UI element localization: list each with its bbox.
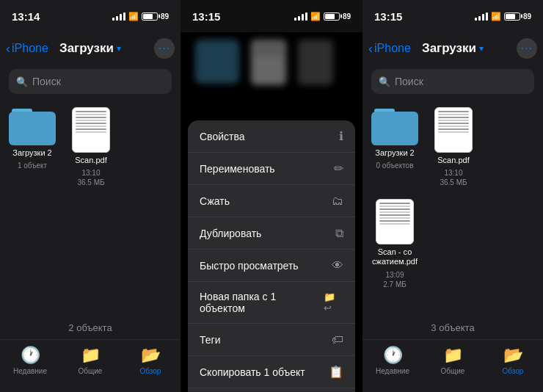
- right-pdf1-name: Scan.pdf: [437, 156, 469, 165]
- battery-icon: [142, 12, 158, 21]
- menu-label-properties: Свойства: [200, 131, 244, 142]
- right-tab-recent-label: Недавние: [376, 367, 409, 375]
- menu-item-properties[interactable]: Свойства ℹ: [188, 120, 355, 153]
- menu-item-rename[interactable]: Переименовать ✏: [188, 153, 355, 185]
- right-tab-shared-label: Общие: [441, 367, 465, 375]
- pdf-icon: [72, 107, 110, 153]
- left-pdf-meta: 13:1036.5 МБ: [77, 168, 104, 187]
- menu-label-quicklook: Быстро просматреть: [200, 260, 299, 272]
- right-search-input[interactable]: 🔍 Поиск: [371, 69, 534, 94]
- right-file-folder[interactable]: Загрузки 2 0 объектов: [371, 107, 418, 187]
- left-back-button[interactable]: ‹ iPhone: [6, 41, 50, 57]
- left-panel: 13:14 📶 89 ‹ iPhone Загрузки ▾: [0, 0, 181, 392]
- right-file-grid: Загрузки 2 0 объектов Scan.pdf 13:1036.5…: [362, 98, 543, 316]
- middle-time: 13:15: [192, 10, 220, 23]
- menu-icon-quicklook: 👁: [332, 259, 343, 272]
- left-status-bar: 13:14 📶 89: [0, 0, 181, 32]
- left-tab-browse-label: Обзор: [140, 367, 161, 375]
- left-search-input[interactable]: 🔍 Поиск: [9, 69, 172, 94]
- right-file-count: 3 объекта: [362, 316, 543, 339]
- left-search-bar: 🔍 Поиск: [0, 65, 181, 98]
- menu-label-tags: Теги: [200, 334, 220, 346]
- menu-item-move[interactable]: Переместить 📂: [188, 388, 355, 392]
- right-battery-pct: 89: [523, 12, 531, 21]
- right-time: 13:15: [374, 10, 402, 23]
- right-status-icons: 📶 89: [475, 12, 531, 21]
- left-more-area: ···: [131, 38, 175, 59]
- right-tab-shared[interactable]: 📁 Общие: [427, 346, 478, 375]
- left-tab-shared[interactable]: 📁 Общие: [65, 346, 116, 375]
- right-signal: [475, 12, 488, 21]
- menu-item-newfolder[interactable]: Новая папка с 1 объектом 📁↩: [188, 282, 355, 324]
- left-folder-name: Загрузки 2: [12, 148, 51, 158]
- left-title: Загрузки: [59, 41, 114, 56]
- menu-item-copy[interactable]: Скопировать 1 объект 📋: [188, 356, 355, 388]
- menu-item-duplicate[interactable]: Дублировать ⧉: [188, 217, 355, 250]
- menu-icon-duplicate: ⧉: [335, 227, 343, 240]
- left-chevron-icon[interactable]: ▾: [117, 43, 121, 54]
- menu-icon-compress: 🗂: [332, 195, 343, 208]
- left-tab-recent-label: Недавние: [13, 367, 47, 375]
- left-file-count: 2 объекта: [0, 316, 181, 339]
- middle-wifi-icon: 📶: [310, 12, 321, 21]
- right-file-pdf1[interactable]: Scan.pdf 13:1036.5 МБ: [430, 107, 477, 187]
- left-tab-recent[interactable]: 🕐 Недавние: [4, 346, 56, 375]
- blur-folder: [195, 40, 239, 84]
- signal-bars: [112, 12, 125, 21]
- left-status-icons: 📶 89: [112, 12, 169, 21]
- left-header: ‹ iPhone Загрузки ▾ ···: [0, 32, 181, 65]
- right-folder-name: Загрузки 2: [375, 148, 414, 158]
- right-tab-browse[interactable]: 📂 Обзор: [487, 346, 539, 375]
- menu-item-quicklook[interactable]: Быстро просматреть 👁: [188, 250, 355, 282]
- menu-icon-newfolder: 📁↩: [324, 291, 343, 313]
- right-tab-bar: 🕐 Недавние 📁 Общие 📂 Обзор: [362, 339, 543, 392]
- folder-icon: [9, 107, 56, 145]
- menu-item-tags[interactable]: Теги 🏷: [188, 324, 355, 356]
- left-tab-bar: 🕐 Недавние 📁 Общие 📂 Обзор: [0, 339, 181, 392]
- right-more-button[interactable]: ···: [517, 38, 537, 59]
- right-back-button[interactable]: ‹ iPhone: [368, 41, 412, 57]
- menu-label-newfolder: Новая папка с 1 объектом: [200, 291, 324, 314]
- right-status-bar: 13:15 📶 89: [362, 0, 543, 32]
- menu-icon-rename: ✏: [334, 161, 343, 175]
- context-menu: Свойства ℹ Переименовать ✏ Сжать 🗂 Дубли…: [188, 120, 355, 392]
- right-chevron-icon[interactable]: ▾: [479, 43, 484, 54]
- left-search-placeholder: Поиск: [32, 76, 61, 87]
- middle-battery: [324, 12, 340, 21]
- menu-item-compress[interactable]: Сжать 🗂: [188, 185, 355, 217]
- left-tab-browse[interactable]: 📂 Обзор: [125, 346, 176, 375]
- right-tab-recent[interactable]: 🕐 Недавние: [367, 346, 418, 375]
- right-battery: [504, 12, 520, 21]
- right-pdf1-meta: 13:1036.5 МБ: [440, 168, 467, 187]
- left-back-label: iPhone: [12, 42, 48, 55]
- shared-icon: 📁: [81, 346, 101, 365]
- right-header: ‹ iPhone Загрузки ▾ ···: [362, 32, 543, 65]
- left-file-folder[interactable]: Загрузки 2 1 объект: [9, 107, 56, 187]
- right-recent-icon: 🕐: [383, 346, 403, 365]
- blur-pdf2: [298, 40, 333, 85]
- browse-icon: 📂: [141, 346, 161, 365]
- middle-signal: [294, 12, 307, 21]
- left-file-pdf[interactable]: Scan.pdf 13:1036.5 МБ: [68, 107, 114, 187]
- right-file-pdf2[interactable]: Scan - со сжатием.pdf 13:092.7 МБ: [371, 199, 418, 288]
- wifi-icon: 📶: [128, 12, 139, 21]
- middle-status-icons: 📶 89: [294, 12, 351, 21]
- middle-status-bar: 13:15 📶 89: [181, 0, 362, 32]
- right-pdf2-name: Scan - со сжатием.pdf: [371, 247, 418, 266]
- left-tab-shared-label: Общие: [79, 367, 103, 375]
- menu-icon-copy: 📋: [329, 365, 343, 379]
- menu-icon-tags: 🏷: [332, 333, 343, 346]
- left-more-button[interactable]: ···: [154, 38, 175, 59]
- right-folder-meta: 0 объектов: [376, 161, 414, 170]
- right-title: Загрузки: [422, 41, 476, 56]
- right-search-bar: 🔍 Поиск: [362, 65, 543, 98]
- right-folder-icon: [371, 107, 418, 145]
- battery-percent: 89: [161, 12, 169, 21]
- recent-icon: 🕐: [21, 346, 40, 365]
- right-search-icon: 🔍: [379, 76, 390, 87]
- menu-label-compress: Сжать: [200, 195, 230, 207]
- left-title-area: Загрузки ▾: [50, 41, 131, 56]
- right-title-area: Загрузки ▾: [412, 41, 493, 56]
- left-search-icon: 🔍: [16, 76, 28, 87]
- blurred-files: [195, 40, 348, 85]
